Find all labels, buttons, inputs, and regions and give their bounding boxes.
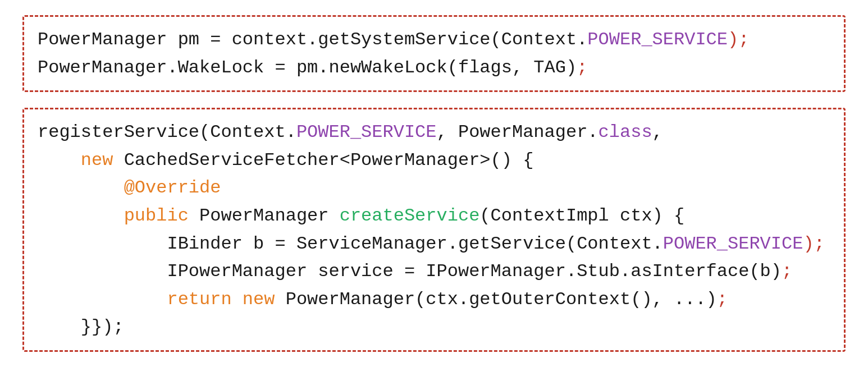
code-line-b2l1: registerService(Context.POWER_SERVICE, P… xyxy=(38,118,830,146)
code-line-b2l3: @Override xyxy=(38,174,830,202)
code-line-b2l5: IBinder b = ServiceManager.getService(Co… xyxy=(38,230,830,258)
code-block-block1: PowerManager pm = context.getSystemServi… xyxy=(22,15,846,92)
code-line-b2l6: IPowerManager service = IPowerManager.St… xyxy=(38,258,830,286)
code-line-b2l8: }}); xyxy=(38,313,830,341)
code-line-b1l2: PowerManager.WakeLock = pm.newWakeLock(f… xyxy=(38,54,830,82)
code-block-block2: registerService(Context.POWER_SERVICE, P… xyxy=(22,108,846,352)
code-line-b2l2: new CachedServiceFetcher<PowerManager>()… xyxy=(38,146,830,175)
code-line-b2l7: return new PowerManager(ctx.getOuterCont… xyxy=(38,286,830,314)
code-line-b2l4: public PowerManager createService(Contex… xyxy=(38,202,830,230)
code-container: PowerManager pm = context.getSystemServi… xyxy=(22,15,846,352)
code-line-b1l1: PowerManager pm = context.getSystemServi… xyxy=(38,26,830,54)
